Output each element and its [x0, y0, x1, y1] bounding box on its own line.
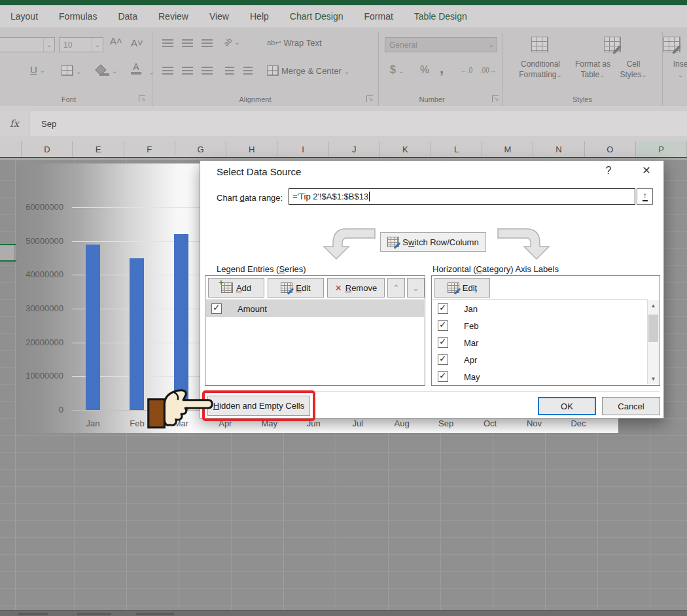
- tab-layout[interactable]: Layout: [10, 11, 38, 22]
- legend-entry-checkbox-amount[interactable]: [211, 303, 222, 314]
- increase-decimal-button[interactable]: ←.0: [461, 67, 472, 74]
- range-picker-button[interactable]: ↑: [637, 188, 653, 205]
- fx-icon[interactable]: fx: [0, 111, 29, 136]
- chevron-down-icon[interactable]: [485, 38, 497, 52]
- axis-label-checkbox-feb[interactable]: [438, 320, 448, 331]
- axis-label-row-apr[interactable]: Apr: [432, 351, 648, 368]
- legend-entry-row-amount[interactable]: Amount: [206, 300, 424, 317]
- scroll-down-icon[interactable]: ▼: [648, 373, 659, 384]
- align-middle-icon[interactable]: [182, 39, 193, 47]
- chevron-down-icon[interactable]: [92, 38, 103, 52]
- chevron-down-icon[interactable]: [398, 65, 404, 75]
- column-header-M[interactable]: M: [482, 141, 533, 157]
- chevron-down-icon[interactable]: [112, 65, 117, 75]
- chevron-down-icon[interactable]: [234, 37, 239, 46]
- bar-feb[interactable]: [130, 258, 144, 411]
- chevron-down-icon[interactable]: [43, 38, 54, 52]
- edit-series-button[interactable]: Edit: [268, 278, 324, 298]
- decrease-font-size-button[interactable]: A˅: [131, 37, 143, 48]
- alignment-dialog-launcher[interactable]: ↘: [366, 95, 373, 102]
- help-icon[interactable]: ?: [601, 165, 616, 177]
- borders-button[interactable]: [62, 65, 81, 76]
- move-up-button[interactable]: ⌃: [387, 278, 405, 298]
- axis-list-scrollbar[interactable]: ▲ ▼: [647, 300, 659, 384]
- axis-label-checkbox-apr[interactable]: [438, 354, 448, 365]
- tab-data[interactable]: Data: [118, 11, 137, 22]
- tab-format[interactable]: Format: [364, 11, 393, 22]
- scrollbar-thumb[interactable]: [648, 315, 658, 342]
- bar-jan[interactable]: [86, 245, 100, 410]
- chevron-down-icon[interactable]: [556, 69, 561, 80]
- column-header-G[interactable]: G: [175, 141, 226, 157]
- tab-review[interactable]: Review: [158, 11, 188, 22]
- scroll-up-icon[interactable]: ▲: [648, 300, 659, 311]
- chevron-down-icon[interactable]: [76, 66, 81, 76]
- axis-label-checkbox-mar[interactable]: [438, 337, 448, 348]
- axis-label-row-mar[interactable]: Mar: [432, 334, 648, 351]
- tab-formulas[interactable]: Formulas: [59, 11, 97, 22]
- column-header-K[interactable]: K: [380, 141, 431, 157]
- comma-style-button[interactable]: ,: [440, 60, 444, 77]
- column-header-D[interactable]: D: [22, 141, 73, 157]
- column-header-F[interactable]: F: [124, 141, 175, 157]
- tab-help[interactable]: Help: [250, 11, 269, 22]
- axis-label-checkbox-jan[interactable]: [438, 303, 448, 314]
- hidden-and-empty-cells-button[interactable]: Hidden and Empty Cells: [207, 396, 310, 416]
- axis-label-row-jan[interactable]: Jan: [432, 300, 648, 317]
- remove-series-button[interactable]: ✕Remove: [327, 278, 385, 298]
- add-series-button[interactable]: Add: [208, 278, 264, 298]
- conditional-formatting-button[interactable]: ConditionalFormatting: [505, 59, 576, 80]
- column-header-J[interactable]: J: [329, 141, 380, 157]
- insert-cells-button[interactable]: Inse: [667, 59, 687, 80]
- font-size-combo[interactable]: 10: [59, 37, 103, 52]
- cancel-button[interactable]: Cancel: [602, 397, 660, 415]
- conditional-formatting-icon[interactable]: [531, 37, 548, 52]
- move-down-button[interactable]: ⌄: [407, 278, 425, 298]
- align-top-icon[interactable]: [162, 39, 173, 47]
- sheet-tab-bar-sliver[interactable]: [0, 610, 687, 616]
- axis-label-row-may[interactable]: May: [432, 368, 648, 385]
- fill-color-button[interactable]: [97, 64, 117, 76]
- column-header-L[interactable]: L: [431, 141, 482, 157]
- underline-button[interactable]: U: [30, 64, 45, 75]
- column-header-H[interactable]: H: [226, 141, 277, 157]
- column-header-I[interactable]: I: [277, 141, 328, 157]
- number-dialog-launcher[interactable]: ↘: [492, 95, 499, 102]
- align-center-icon[interactable]: [182, 67, 193, 75]
- chevron-down-icon[interactable]: [678, 69, 683, 80]
- format-as-table-icon[interactable]: [604, 37, 621, 52]
- align-right-icon[interactable]: [202, 67, 213, 75]
- chart-data-range-input[interactable]: ='Tip 2'!$A$1:$B$13: [289, 188, 635, 205]
- tab-table-design[interactable]: Table Design: [414, 11, 467, 22]
- cell-styles-icon[interactable]: [663, 37, 680, 52]
- align-left-icon[interactable]: [162, 67, 173, 75]
- merge-center-button[interactable]: Merge & Center: [267, 65, 349, 76]
- axis-label-checkbox-may[interactable]: [438, 371, 448, 382]
- orientation-button[interactable]: ab: [224, 37, 240, 46]
- edit-axis-labels-button[interactable]: Edit: [434, 278, 490, 298]
- increase-indent-icon[interactable]: [243, 67, 253, 75]
- close-icon[interactable]: ✕: [637, 164, 656, 177]
- formula-input[interactable]: Sep: [29, 111, 687, 136]
- increase-font-size-button[interactable]: A˄: [110, 35, 122, 46]
- switch-row-column-button[interactable]: Switch Row/Column: [380, 232, 486, 252]
- decrease-decimal-button[interactable]: .00→: [480, 67, 496, 74]
- tab-view[interactable]: View: [209, 11, 229, 22]
- tab-chart-design[interactable]: Chart Design: [290, 11, 344, 22]
- column-header-E[interactable]: E: [73, 141, 124, 157]
- percent-button[interactable]: %: [420, 64, 429, 76]
- align-bottom-icon[interactable]: [202, 39, 213, 47]
- column-header-P[interactable]: P: [636, 141, 687, 157]
- font-name-combo[interactable]: [0, 37, 55, 52]
- wrap-text-button[interactable]: ab↩Wrap Text: [267, 38, 322, 48]
- column-header-O[interactable]: O: [585, 141, 636, 157]
- chevron-down-icon[interactable]: [641, 69, 646, 80]
- format-as-table-button[interactable]: Format asTable: [568, 59, 618, 80]
- ok-button[interactable]: OK: [538, 397, 596, 415]
- currency-button[interactable]: $: [390, 64, 404, 76]
- chevron-down-icon[interactable]: [344, 66, 349, 76]
- axis-label-row-feb[interactable]: Feb: [432, 317, 648, 334]
- font-dialog-launcher[interactable]: ↘: [139, 95, 145, 102]
- chevron-down-icon[interactable]: [40, 65, 45, 75]
- decrease-indent-icon[interactable]: [225, 67, 234, 75]
